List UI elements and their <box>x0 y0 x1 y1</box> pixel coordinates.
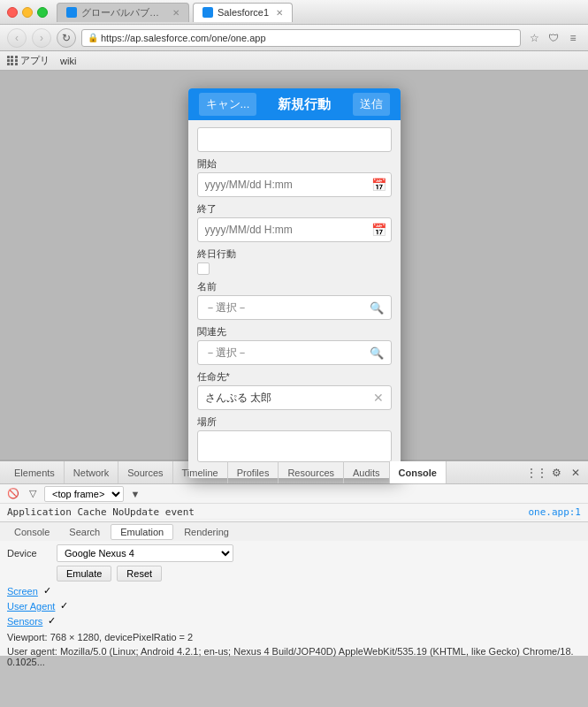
bottom-tab-search[interactable]: Search <box>60 525 109 539</box>
devtools-sub-toolbar: 🚫 ▽ <top frame> ▼ <box>0 484 588 504</box>
device-select[interactable]: Google Nexus 4 <box>57 544 233 562</box>
tab-1-favicon <box>66 7 77 18</box>
device-row: Device Google Nexus 4 <box>7 544 581 562</box>
bottom-tab-emulation[interactable]: Emulation <box>111 524 173 540</box>
menu-button[interactable]: ≡ <box>565 30 581 46</box>
modal-submit-button[interactable]: 送信 <box>353 93 390 116</box>
start-field: 開始 📅 <box>197 157 392 197</box>
devtools-tab-elements[interactable]: Elements <box>5 461 65 483</box>
devtools-filter-icon[interactable]: ▽ <box>25 486 41 502</box>
assignee-clear-button[interactable]: ✕ <box>373 391 384 405</box>
devtools-clear-icon[interactable]: 🚫 <box>5 486 21 502</box>
bottom-tab-rendering[interactable]: Rendering <box>175 525 238 539</box>
tab-2-close[interactable]: ✕ <box>276 8 283 18</box>
end-calendar-icon: 📅 <box>371 223 386 237</box>
allday-checkbox[interactable] <box>197 262 210 275</box>
emulate-button[interactable]: Emulate <box>57 566 111 582</box>
devtools-close-icon[interactable]: ✕ <box>569 466 583 480</box>
log-text: Application Cache NoUpdate event <box>7 506 195 518</box>
viewport-text: Viewport: 768 × 1280, devicePixelRatio =… <box>7 630 581 644</box>
assignee-field: 任命先* さんぷる 太郎 ✕ <box>197 370 392 410</box>
devtools-tab-resources[interactable]: Resources <box>279 461 344 483</box>
start-label: 開始 <box>197 157 392 171</box>
apps-icon <box>7 56 18 66</box>
devtools-dropdown-icon[interactable]: ▼ <box>127 486 143 502</box>
bookmark-wiki[interactable]: wiki <box>60 56 76 66</box>
allday-field: 終日行動 <box>197 247 392 275</box>
modal-title: 新規行動 <box>278 96 331 113</box>
forward-button[interactable]: › <box>32 28 51 48</box>
location-field: 場所 <box>197 415 392 462</box>
devtools-tab-sources[interactable]: Sources <box>118 461 172 483</box>
name-search-icon: 🔍 <box>370 301 384 315</box>
devtools-tab-audits[interactable]: Audits <box>344 461 390 483</box>
title-bar: グローバルパブリッシャー... ✕ Salesforce1 ✕ <box>0 0 588 25</box>
devtools-tab-network[interactable]: Network <box>65 461 118 483</box>
start-date-input[interactable] <box>197 172 392 197</box>
subject-input[interactable] <box>197 127 392 152</box>
bottom-tab-console[interactable]: Console <box>5 525 58 539</box>
browser-window: グローバルパブリッシャー... ✕ Salesforce1 ✕ ‹ › ↻ 🔒 … <box>0 0 588 71</box>
tab-2[interactable]: Salesforce1 ✕ <box>193 3 293 22</box>
related-input-wrapper[interactable]: 🔍 <box>197 340 392 365</box>
location-input[interactable] <box>197 430 392 462</box>
end-field: 終了 📅 <box>197 202 392 242</box>
devtools-right-icons: ⋮⋮ ⚙ ✕ <box>530 466 583 480</box>
bookmark-wiki-label: wiki <box>60 56 76 66</box>
useragent-link[interactable]: User Agent <box>7 601 55 612</box>
devtools-tab-timeline[interactable]: Timeline <box>173 461 228 483</box>
bookmark-apps-label: アプリ <box>20 54 50 67</box>
useragent-check: ✓ <box>60 600 68 612</box>
tab-1[interactable]: グローバルパブリッシャー... ✕ <box>57 3 189 22</box>
related-input[interactable] <box>205 346 370 359</box>
reset-button[interactable]: Reset <box>117 566 162 582</box>
modal-cancel-button[interactable]: キャン... <box>199 93 257 116</box>
useragent-text: User agent: Mozilla/5.0 (Linux; Android … <box>7 644 581 669</box>
devtools-search-icon[interactable]: ⋮⋮ <box>530 466 544 480</box>
tab-1-close[interactable]: ✕ <box>172 8 179 18</box>
end-date-wrapper: 📅 <box>197 217 392 242</box>
address-text: https://ap.salesforce.com/one/one.app <box>101 33 266 43</box>
tab-2-label: Salesforce1 <box>218 7 269 18</box>
log-entry: Application Cache NoUpdate event one.app… <box>7 506 581 520</box>
devtools-settings-icon[interactable]: ⚙ <box>549 466 563 480</box>
bookmark-apps[interactable]: アプリ <box>7 54 50 67</box>
modal-header: キャン... 新規行動 送信 <box>188 88 401 120</box>
shield-icon: 🛡 <box>546 30 561 46</box>
log-source[interactable]: one.app:1 <box>528 506 581 518</box>
useragent-row: User Agent ✓ <box>7 600 581 612</box>
start-calendar-icon: 📅 <box>371 178 386 192</box>
sensors-link[interactable]: Sensors <box>7 616 42 627</box>
frame-selector[interactable]: <top frame> <box>44 486 124 502</box>
devtools-panel: Elements Network Sources Timeline Profil… <box>0 460 588 656</box>
emulate-row: Emulate Reset <box>7 566 581 582</box>
name-input-wrapper[interactable]: 🔍 <box>197 295 392 320</box>
end-date-input[interactable] <box>197 217 392 242</box>
screen-link[interactable]: Screen <box>7 586 38 597</box>
devtools-main-tabs: Elements Network Sources Timeline Profil… <box>0 461 588 484</box>
devtools-tab-console[interactable]: Console <box>390 461 447 483</box>
address-bar[interactable]: 🔒 https://ap.salesforce.com/one/one.app <box>81 29 521 47</box>
devtools-tab-profiles[interactable]: Profiles <box>228 461 279 483</box>
back-button[interactable]: ‹ <box>7 28 27 48</box>
maximize-button[interactable] <box>37 7 48 18</box>
name-input[interactable] <box>205 301 370 314</box>
modal-dialog: キャン... 新規行動 送信 開始 📅 終了 � <box>188 88 401 478</box>
related-field: 関連先 🔍 <box>197 325 392 365</box>
location-label: 場所 <box>197 415 392 429</box>
star-button[interactable]: ☆ <box>526 30 542 46</box>
assignee-value: さんぷる 太郎 <box>205 391 373 406</box>
emulation-panel: Device Google Nexus 4 Emulate Reset Scre… <box>0 541 588 673</box>
subject-field <box>197 127 392 152</box>
close-button[interactable] <box>7 7 18 18</box>
assignee-input-wrapper[interactable]: さんぷる 太郎 ✕ <box>197 385 392 410</box>
minimize-button[interactable] <box>22 7 33 18</box>
main-content: キャン... 新規行動 送信 開始 📅 終了 � <box>0 71 588 460</box>
end-label: 終了 <box>197 202 392 216</box>
window-buttons <box>7 7 48 18</box>
modal-body: 開始 📅 終了 📅 終日行動 名前 <box>188 120 401 478</box>
assignee-label: 任命先* <box>197 370 392 384</box>
reload-button[interactable]: ↻ <box>57 28 76 48</box>
device-label: Device <box>7 548 51 559</box>
start-date-wrapper: 📅 <box>197 172 392 197</box>
